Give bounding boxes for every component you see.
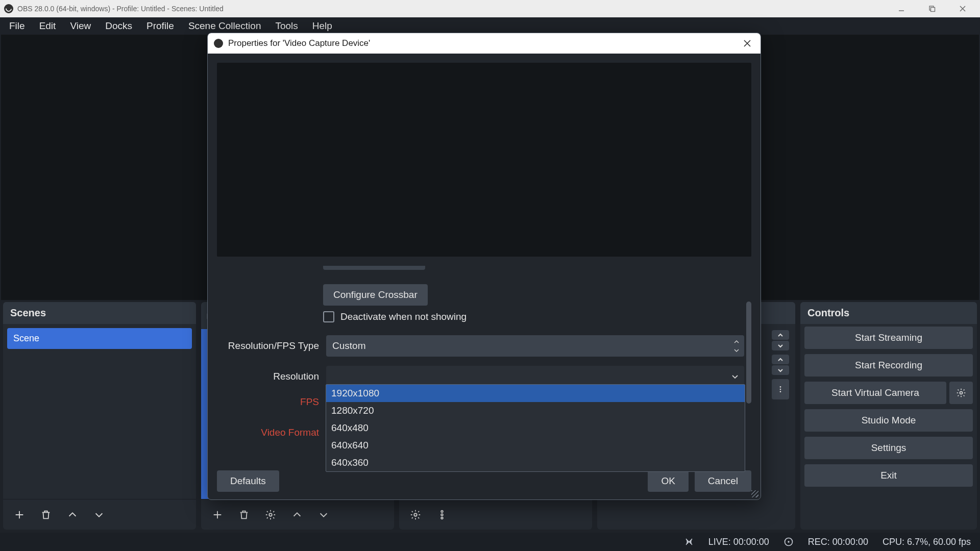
dialog-close-button[interactable]: [740, 36, 754, 51]
resolution-option[interactable]: 980x551: [326, 385, 745, 402]
deactivate-checkbox[interactable]: [323, 311, 334, 322]
properties-dialog: Properties for 'Video Capture Device' Co…: [207, 33, 761, 500]
deactivate-label: Deactivate when not showing: [340, 311, 467, 322]
start-streaming-button[interactable]: Start Streaming: [804, 327, 973, 349]
svg-point-6: [269, 513, 272, 516]
obs-app-icon: [4, 4, 13, 13]
rec-status: REC: 00:00:00: [808, 537, 868, 547]
start-recording-button[interactable]: Start Recording: [804, 354, 973, 377]
dialog-scrollbar[interactable]: [746, 302, 751, 404]
svg-point-11: [780, 386, 781, 388]
scene-item[interactable]: Scene: [7, 328, 192, 349]
audio-settings-button[interactable]: [406, 506, 425, 524]
partial-field-edge: [323, 266, 425, 270]
transition-duration-down[interactable]: [772, 341, 789, 350]
start-virtual-camera-button[interactable]: Start Virtual Camera: [804, 382, 946, 404]
source-move-up-button[interactable]: [288, 506, 306, 524]
cpu-status: CPU: 6.7%, 60.00 fps: [883, 537, 971, 547]
resolution-option[interactable]: 1280x720: [326, 402, 745, 419]
broadcast-icon: [684, 537, 694, 547]
video-format-label: Video Format: [217, 427, 319, 438]
dialog-title: Properties for 'Video Capture Device': [228, 38, 370, 48]
svg-point-7: [414, 513, 417, 516]
configure-crossbar-button[interactable]: Configure Crossbar: [323, 284, 428, 306]
source-move-down-button[interactable]: [314, 506, 333, 524]
defaults-button[interactable]: Defaults: [217, 470, 279, 492]
resize-grip[interactable]: [751, 490, 758, 497]
chevron-up-icon: [732, 337, 741, 346]
transition-val-down[interactable]: [772, 365, 789, 375]
svg-point-12: [780, 389, 781, 390]
controls-panel: Controls Start Streaming Start Recording…: [800, 302, 977, 530]
resolution-dropdown[interactable]: 980x551 1280x720 640x480 640x640 640x3…: [326, 384, 745, 472]
video-preview-area: [217, 63, 751, 257]
source-settings-button[interactable]: [261, 506, 280, 524]
svg-point-10: [441, 517, 443, 519]
scene-move-up-button[interactable]: [63, 506, 82, 524]
transition-duration-up[interactable]: [772, 330, 789, 340]
svg-rect-1: [931, 8, 935, 12]
ok-button[interactable]: OK: [648, 470, 688, 492]
source-add-button[interactable]: [208, 506, 227, 524]
audio-more-button[interactable]: [433, 506, 451, 524]
svg-point-9: [441, 514, 443, 516]
window-minimize-button[interactable]: [886, 0, 917, 17]
transition-more-button[interactable]: [772, 379, 789, 399]
menu-file[interactable]: File: [2, 18, 32, 34]
resolution-option[interactable]: 640x480: [326, 419, 745, 437]
status-bar: LIVE: 00:00:00 REC: 00:00:00 CPU: 6.7%, …: [0, 533, 980, 551]
source-delete-button[interactable]: [235, 506, 253, 524]
disk-icon: [783, 537, 794, 547]
menu-tools[interactable]: Tools: [268, 18, 305, 34]
window-titlebar: OBS 28.0.0 (64-bit, windows) - Profile: …: [0, 0, 980, 17]
transition-val-up[interactable]: [772, 355, 789, 364]
scene-add-button[interactable]: [10, 506, 29, 524]
menu-help[interactable]: Help: [305, 18, 339, 34]
controls-header: Controls: [800, 302, 977, 324]
menu-edit[interactable]: Edit: [32, 18, 63, 34]
settings-button[interactable]: Settings: [804, 437, 973, 459]
exit-button[interactable]: Exit: [804, 464, 973, 487]
cancel-button[interactable]: Cancel: [695, 470, 751, 492]
live-status: LIVE: 00:00:00: [708, 537, 769, 547]
res-type-select[interactable]: Custom: [326, 335, 744, 357]
scenes-header: Scenes: [3, 302, 196, 324]
svg-point-8: [441, 510, 443, 512]
scene-move-down-button[interactable]: [90, 506, 108, 524]
scenes-panel: Scenes Scene: [3, 302, 196, 530]
svg-point-17: [788, 541, 789, 542]
svg-point-14: [960, 392, 963, 394]
obs-app-icon: [214, 39, 223, 48]
menu-docks[interactable]: Docks: [98, 18, 139, 34]
resolution-option[interactable]: 640x640: [326, 437, 745, 454]
scene-delete-button[interactable]: [37, 506, 55, 524]
menu-profile[interactable]: Profile: [139, 18, 181, 34]
svg-point-15: [688, 541, 690, 542]
resolution-label: Resolution: [217, 371, 319, 382]
dialog-titlebar[interactable]: Properties for 'Video Capture Device': [208, 33, 761, 54]
res-type-label: Resolution/FPS Type: [217, 340, 319, 352]
window-maximize-button[interactable]: [917, 0, 947, 17]
resolution-option[interactable]: 640x360: [326, 454, 745, 471]
virtual-camera-settings-button[interactable]: [949, 382, 973, 404]
studio-mode-button[interactable]: Studio Mode: [804, 409, 973, 432]
fps-label: FPS: [217, 396, 319, 408]
menu-view[interactable]: View: [63, 18, 98, 34]
menu-scene-collection[interactable]: Scene Collection: [181, 18, 268, 34]
svg-point-13: [780, 391, 781, 392]
chevron-down-icon: [731, 372, 739, 381]
menubar: File Edit View Docks Profile Scene Colle…: [0, 17, 980, 35]
window-title: OBS 28.0.0 (64-bit, windows) - Profile: …: [17, 5, 224, 13]
chevron-down-icon: [732, 346, 741, 355]
window-close-button[interactable]: [947, 0, 978, 17]
